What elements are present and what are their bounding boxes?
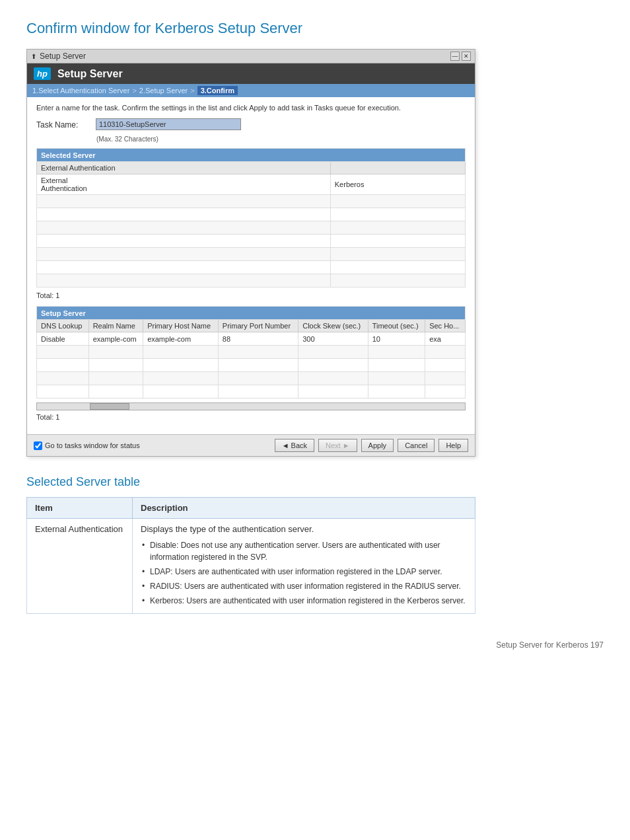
table-row [37, 346, 466, 359]
col-primary-port: Primary Port Number [218, 320, 298, 332]
table-row [37, 248, 466, 261]
list-item: Disable: Does not use any authentication… [141, 538, 467, 564]
breadcrumb-step3-active: 3.Confirm [197, 86, 238, 95]
goto-tasks-label: Go to tasks window for status [45, 441, 140, 449]
col-timeout: Timeout (sec.) [368, 320, 425, 332]
minimize-button[interactable]: — [450, 52, 460, 61]
doc-table: Item Description External Authentication… [26, 497, 475, 614]
selected-server-header: Selected Server [37, 149, 466, 162]
page-footer: Setup Server for Kerberos 197 [26, 640, 604, 650]
task-name-label: Task Name: [36, 118, 89, 130]
cell-primary-port: 88 [218, 332, 298, 346]
table-row [37, 372, 466, 385]
breadcrumb-step2: 2.Setup Server [139, 87, 188, 95]
next-button[interactable]: Next ► [318, 439, 357, 452]
selected-auth-value: Kerberos [330, 174, 465, 195]
col-clock-skew: Clock Skew (sec.) [298, 320, 368, 332]
cell-clock-skew: 300 [298, 332, 368, 346]
back-button[interactable]: ◄ Back [275, 439, 314, 452]
breadcrumb: 1.Select Authentication Server > 2.Setup… [27, 84, 475, 97]
table-row [37, 385, 466, 399]
selected-total: Total: 1 [36, 291, 466, 299]
breadcrumb-sep1: > [132, 87, 136, 95]
table-row [37, 221, 466, 235]
table-row: Disable example-com example-com 88 300 1… [37, 332, 466, 346]
task-name-hint: (Max. 32 Characters) [96, 135, 466, 143]
cell-timeout: 10 [368, 332, 425, 346]
setup-server-header: Setup Server [37, 307, 466, 320]
instruction-text: Enter a name for the task. Confirm the s… [36, 104, 466, 112]
goto-tasks-checkbox-label[interactable]: Go to tasks window for status [34, 441, 140, 450]
doc-item-desc: Displays the type of the authentication … [133, 519, 475, 614]
task-name-input[interactable] [96, 118, 241, 130]
selected-auth-type: ExternalAuthentication [37, 174, 331, 195]
list-item: LDAP: Users are authenticated with user … [141, 564, 467, 579]
desc-main-text: Displays the type of the authentication … [141, 524, 467, 534]
cell-realm: example-com [88, 332, 143, 346]
setup-server-window: ⬆ Setup Server — ✕ hp Setup Server 1.Sel… [26, 49, 475, 457]
col-dns: DNS Lookup [37, 320, 89, 332]
doc-row: External Authentication Displays the typ… [27, 519, 475, 614]
doc-col-description: Description [133, 498, 475, 519]
breadcrumb-step1: 1.Select Authentication Server [32, 87, 129, 95]
table-row [37, 274, 466, 287]
window-controls: — ✕ [450, 52, 471, 61]
setup-total: Total: 1 [36, 413, 466, 421]
table-row [37, 235, 466, 248]
table-row [37, 359, 466, 372]
cell-sec: exa [425, 332, 466, 346]
help-button[interactable]: Help [438, 439, 468, 452]
window-icon: ⬆ [31, 53, 36, 60]
doc-col-item: Item [27, 498, 133, 519]
list-item: Kerberos: Users are authenticated with u… [141, 593, 467, 608]
page-footer-text: Setup Server for Kerberos 197 [496, 640, 604, 650]
close-button[interactable]: ✕ [462, 52, 471, 61]
col-primary-host: Primary Host Name [143, 320, 219, 332]
page-title: Confirm window for Kerberos Setup Server [26, 20, 604, 37]
col-sec: Sec Ho... [425, 320, 466, 332]
cancel-button[interactable]: Cancel [398, 439, 435, 452]
cell-dns: Disable [37, 332, 89, 346]
cell-primary-host: example-com [143, 332, 219, 346]
task-name-row: Task Name: [36, 118, 466, 130]
window-content: Enter a name for the task. Confirm the s… [27, 97, 475, 434]
selected-col-external: External Authentication [37, 162, 331, 174]
hp-header: hp Setup Server [27, 63, 475, 84]
col-realm: Realm Name [88, 320, 143, 332]
window-title: Setup Server [40, 52, 86, 61]
doc-section-title: Selected Server table [26, 475, 604, 489]
doc-item-name: External Authentication [27, 519, 133, 614]
selected-server-table: Selected Server External Authentication … [36, 148, 466, 287]
scrollbar-thumb[interactable] [90, 403, 129, 410]
list-item: RADIUS: Users are authenticated with use… [141, 579, 467, 593]
table-row [37, 195, 466, 208]
selected-col-empty [330, 162, 465, 174]
table-row [37, 261, 466, 274]
breadcrumb-sep2: > [190, 87, 194, 95]
bullet-list: Disable: Does not use any authentication… [141, 538, 467, 608]
goto-tasks-checkbox[interactable] [34, 441, 42, 450]
apply-button[interactable]: Apply [361, 439, 394, 452]
setup-server-table: Setup Server DNS Lookup Realm Name Prima… [36, 306, 466, 399]
window-titlebar: ⬆ Setup Server — ✕ [27, 50, 475, 63]
hp-app-title: Setup Server [57, 68, 123, 80]
hp-logo: hp [34, 67, 51, 80]
table-row: ExternalAuthentication Kerberos [37, 174, 466, 195]
footer-bar: Go to tasks window for status ◄ Back Nex… [27, 434, 475, 456]
table-row [37, 208, 466, 221]
horizontal-scrollbar[interactable] [36, 402, 466, 410]
